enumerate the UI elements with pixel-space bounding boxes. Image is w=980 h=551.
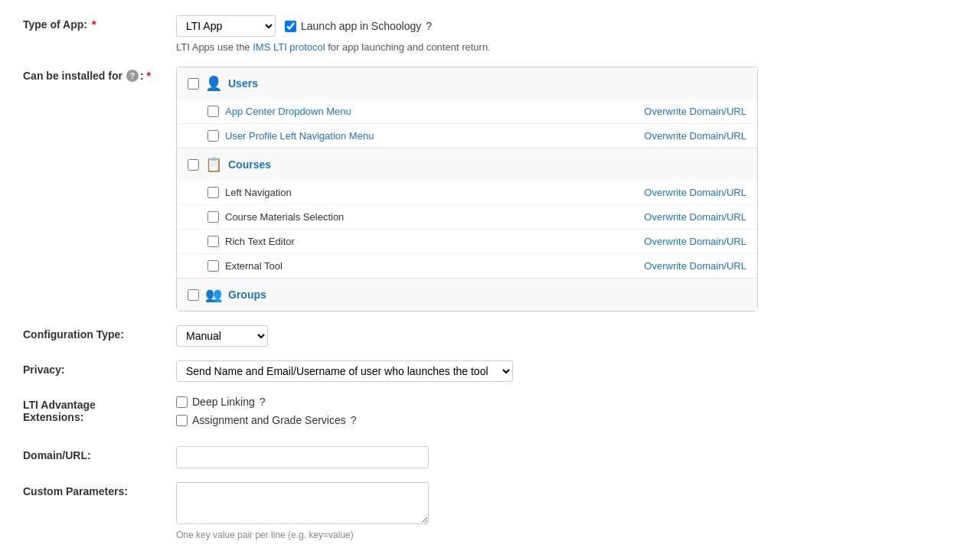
deep-linking-label: Deep Linking [192,396,255,408]
deep-linking-checkbox[interactable] [176,396,188,408]
external-tool-checkbox[interactable] [207,260,219,272]
list-item: Course Materials Selection Overwrite Dom… [177,204,757,229]
type-of-app-content: LTI App External Link iFrame Custom App … [176,15,957,53]
list-item: External Tool Overwrite Domain/URL [177,253,757,278]
install-panel-content: 👤 Users App Center Dropdown Menu Overwri… [176,67,957,311]
user-profile-nav-label: User Profile Left Navigation Menu [225,130,374,142]
courses-section: 📋 Courses Left Navigation Overwrite Doma… [177,148,757,279]
courses-section-header: 📋 Courses [177,148,757,181]
groups-checkbox[interactable] [188,289,199,301]
domain-url-row: Domain/URL: [23,446,957,468]
launch-app-help-icon[interactable]: ? [426,20,432,32]
can-be-installed-label: Can be installed for ? : * [23,67,176,82]
can-be-installed-help-icon[interactable]: ? [126,70,139,82]
custom-params-content: One key value pair per line (e.g. key=va… [176,482,957,540]
app-center-dropdown-checkbox[interactable] [207,106,219,117]
list-item: Left Navigation Overwrite Domain/URL [177,181,757,204]
users-items: App Center Dropdown Menu Overwrite Domai… [177,99,757,148]
lti-advantage-row: LTI Advantage Extensions: Deep Linking ?… [23,396,957,432]
custom-params-label: Custom Parameters: [23,482,176,497]
privacy-label: Privacy: [23,360,176,376]
groups-section-header: 👥 Groups [177,279,757,311]
course-materials-overwrite[interactable]: Overwrite Domain/URL [644,211,746,223]
rich-text-editor-label: Rich Text Editor [225,236,295,247]
can-be-installed-required: * [147,70,151,82]
rich-text-editor-overwrite[interactable]: Overwrite Domain/URL [644,236,746,247]
courses-checkbox[interactable] [188,159,199,171]
type-of-app-controls: LTI App External Link iFrame Custom App … [176,15,957,37]
domain-url-input[interactable] [176,446,429,468]
deep-linking-row: Deep Linking ? [176,396,957,408]
assignment-grade-label: Assignment and Grade Services [192,414,346,426]
custom-params-hint: One key value pair per line (e.g. key=va… [176,530,957,540]
groups-section: 👥 Groups [177,279,757,311]
domain-url-label: Domain/URL: [23,446,176,461]
left-navigation-label: Left Navigation [225,187,292,198]
privacy-row: Privacy: Send Name and Email/Username of… [23,360,957,382]
privacy-content: Send Name and Email/Username of user who… [176,360,957,382]
list-item: Rich Text Editor Overwrite Domain/URL [177,229,757,253]
course-materials-checkbox[interactable] [207,211,219,223]
required-marker: * [92,18,96,31]
install-panel: 👤 Users App Center Dropdown Menu Overwri… [176,67,758,311]
course-materials-label: Course Materials Selection [225,211,344,223]
list-item: App Center Dropdown Menu Overwrite Domai… [177,99,757,123]
users-section-header: 👤 Users [177,67,757,99]
courses-items: Left Navigation Overwrite Domain/URL Cou… [177,181,757,278]
rich-text-editor-checkbox[interactable] [207,236,219,247]
users-title: Users [228,77,258,90]
list-item: User Profile Left Navigation Menu Overwr… [177,123,757,148]
lti-advantage-content: Deep Linking ? Assignment and Grade Serv… [176,396,957,432]
type-of-app-row: Type of App: * LTI App External Link iFr… [23,15,957,53]
type-of-app-label: Type of App: * [23,15,176,31]
ims-lti-link[interactable]: IMS LTI protocol [253,41,325,53]
user-profile-nav-overwrite[interactable]: Overwrite Domain/URL [644,130,746,142]
config-type-content: Manual By URL By XML [176,325,957,347]
left-navigation-overwrite[interactable]: Overwrite Domain/URL [644,187,746,198]
left-navigation-checkbox[interactable] [207,187,219,198]
courses-icon: 📋 [205,156,222,173]
external-tool-overwrite[interactable]: Overwrite Domain/URL [644,260,746,272]
assignment-grade-checkbox[interactable] [176,415,188,426]
assignment-grade-row: Assignment and Grade Services ? [176,414,957,426]
custom-params-textarea[interactable] [176,482,429,524]
assignment-grade-help-icon[interactable]: ? [351,414,357,426]
config-type-row: Configuration Type: Manual By URL By XML [23,325,957,347]
lti-info-text: LTI Apps use the IMS LTI protocol for ap… [176,41,957,53]
launch-app-label: Launch app in Schoology ? [285,20,432,32]
courses-title: Courses [228,158,271,171]
app-center-dropdown-overwrite[interactable]: Overwrite Domain/URL [644,106,746,117]
lti-advantage-label: LTI Advantage Extensions: [23,396,176,423]
external-tool-label: External Tool [225,260,283,272]
domain-url-content [176,446,957,468]
app-center-dropdown-label: App Center Dropdown Menu [225,106,351,117]
groups-title: Groups [228,289,266,301]
app-type-select[interactable]: LTI App External Link iFrame Custom App [176,15,276,37]
groups-icon: 👥 [205,286,222,303]
deep-linking-help-icon[interactable]: ? [260,396,266,408]
user-profile-nav-checkbox[interactable] [207,130,219,142]
config-type-label: Configuration Type: [23,325,176,341]
launch-app-checkbox[interactable] [285,21,296,32]
custom-params-row: Custom Parameters: One key value pair pe… [23,482,957,540]
users-checkbox[interactable] [188,78,199,90]
users-icon: 👤 [205,75,222,92]
privacy-select[interactable]: Send Name and Email/Username of user who… [176,360,513,382]
can-be-installed-row: Can be installed for ? : * 👤 Users App [23,67,957,311]
users-section: 👤 Users App Center Dropdown Menu Overwri… [177,67,757,148]
config-type-select[interactable]: Manual By URL By XML [176,325,268,347]
